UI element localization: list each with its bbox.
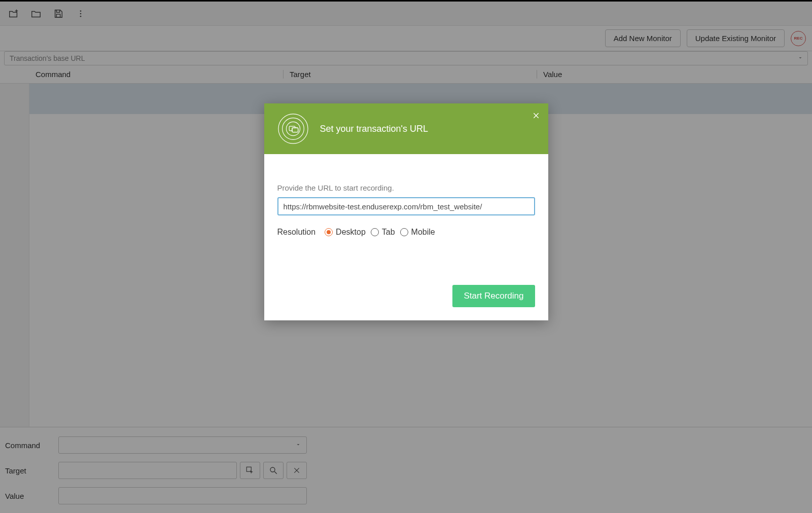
close-icon[interactable] — [531, 111, 541, 121]
radio-icon — [371, 228, 379, 236]
resolution-mobile-radio[interactable]: Mobile — [400, 228, 435, 237]
resolution-desktop-radio[interactable]: Desktop — [325, 228, 366, 237]
modal-body: Provide the URL to start recording. Reso… — [264, 154, 548, 320]
resolution-desktop-label: Desktop — [336, 228, 366, 237]
transaction-url-input[interactable] — [277, 197, 535, 215]
resolution-label: Resolution — [277, 228, 316, 237]
modal-header-icon — [277, 113, 309, 144]
resolution-tab-radio[interactable]: Tab — [371, 228, 395, 237]
resolution-mobile-label: Mobile — [411, 228, 435, 237]
radio-icon — [325, 228, 333, 236]
modal-overlay: Set your transaction's URL Provide the U… — [0, 0, 812, 513]
modal-footer: Start Recording — [277, 285, 535, 307]
resolution-tab-label: Tab — [382, 228, 395, 237]
transaction-url-modal: Set your transaction's URL Provide the U… — [264, 103, 548, 320]
resolution-row: Resolution Desktop Tab Mobile — [277, 228, 535, 237]
svg-rect-15 — [292, 128, 298, 132]
start-recording-button[interactable]: Start Recording — [452, 285, 535, 307]
modal-header: Set your transaction's URL — [264, 103, 548, 154]
radio-icon — [400, 228, 408, 236]
modal-prompt: Provide the URL to start recording. — [277, 184, 535, 192]
modal-title: Set your transaction's URL — [320, 124, 429, 134]
